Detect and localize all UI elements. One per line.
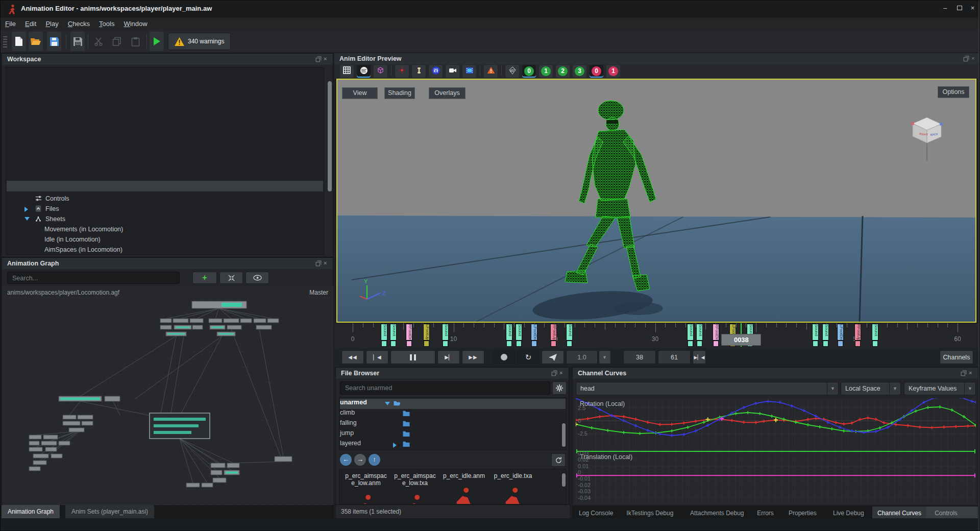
wire-cube-toggle-button[interactable]	[374, 65, 387, 78]
layer-toggle-1[interactable]: 1	[606, 65, 620, 78]
view-menu-button[interactable]: View	[342, 87, 378, 99]
chevron-down-icon[interactable]	[385, 402, 390, 405]
timeline-event-sound[interactable]: Sound	[822, 324, 829, 341]
shading-toggle-button[interactable]	[357, 65, 371, 78]
graph-node[interactable]	[69, 428, 84, 432]
deg45-toggle-button[interactable]: 45°	[505, 65, 519, 78]
file-item[interactable]: p_erc_aimspace_low.txa	[393, 472, 437, 504]
grid-toggle-button[interactable]	[340, 65, 354, 78]
timeline-event-rfootup[interactable]: RFootUp	[550, 324, 557, 341]
nav-up-button[interactable]: ↑	[369, 454, 380, 466]
graph-node[interactable]	[256, 325, 272, 329]
pause-button[interactable]	[390, 350, 435, 364]
close-panel-icon[interactable]: ×	[559, 370, 566, 376]
graph-node[interactable]	[227, 463, 239, 468]
graph-node[interactable]	[41, 441, 57, 445]
graph-node[interactable]	[240, 319, 252, 323]
graph-node[interactable]	[63, 415, 76, 419]
range-end-field[interactable]: 61	[658, 350, 691, 364]
maximize-button[interactable]	[952, 1, 966, 16]
add-node-button[interactable]: +	[192, 272, 217, 284]
graph-node[interactable]	[192, 325, 203, 329]
translation-curve-graph[interactable]: Translation (Local) 0.030.020.010-0.01-0…	[576, 448, 976, 504]
workspace-scrollbar[interactable]	[327, 67, 333, 255]
range-fit-button[interactable]: ▶▏◀	[693, 350, 706, 364]
timeline-event-sound[interactable]: Sound	[566, 324, 573, 341]
graph-node[interactable]	[211, 463, 225, 468]
go-to-start-button[interactable]: ▏◀	[366, 350, 388, 364]
playback-speed-field[interactable]: 1.0	[566, 350, 598, 364]
graph-node[interactable]	[160, 319, 172, 323]
pivot-toggle-button[interactable]	[395, 65, 409, 78]
timeline-event-block[interactable]	[390, 341, 396, 347]
channels-button[interactable]: Channels	[940, 350, 973, 364]
graph-node[interactable]	[29, 435, 41, 439]
menu-edit[interactable]: Edit	[20, 18, 41, 30]
timeline-event-block[interactable]	[688, 341, 693, 347]
viewport-3d[interactable]: RIGHT BACK Y Z View Shading Overlays	[336, 79, 976, 323]
graph-node[interactable]	[45, 447, 57, 451]
folder-item-falling[interactable]: falling	[340, 419, 560, 429]
graph-node[interactable]	[213, 478, 226, 482]
chevron-right-icon[interactable]	[393, 443, 397, 448]
file-item[interactable]: p_erc_aimspace_low.anm	[344, 472, 388, 504]
graph-node[interactable]	[78, 415, 93, 419]
bone-toggle-button[interactable]	[412, 65, 426, 78]
paste-button[interactable]	[128, 32, 142, 51]
save-all-button[interactable]	[70, 32, 85, 51]
timeline-event-sound[interactable]: Sound	[381, 324, 387, 341]
open-button[interactable]	[29, 32, 43, 51]
refresh-button[interactable]	[551, 453, 566, 467]
timeline-event-block[interactable]	[713, 341, 719, 347]
layer-toggle-1[interactable]: 1	[539, 65, 553, 78]
graph-node[interactable]	[63, 421, 80, 425]
timeline-event-block[interactable]	[872, 341, 878, 347]
graph-search-input[interactable]: Search...	[7, 272, 180, 284]
selected-row-highlight[interactable]	[7, 181, 323, 191]
timeline-event-lfootdn[interactable]: LFootDn	[837, 324, 844, 341]
menu-file[interactable]: File	[1, 18, 20, 30]
timeline-ruler[interactable]: 0102030405060SoundSoundRFootDnLFootUpSou…	[334, 323, 980, 348]
layer-toggle-3[interactable]: 3	[573, 65, 586, 78]
camera-toggle-button[interactable]	[446, 65, 459, 78]
graph-node[interactable]	[267, 319, 279, 323]
timeline-event-block[interactable]	[424, 341, 429, 347]
timeline-event-block[interactable]	[823, 341, 828, 347]
menu-play[interactable]: Play	[41, 18, 63, 30]
node-graph-canvas[interactable]: anims/workspaces/player/Locomotion.agf M…	[3, 286, 333, 505]
filmstrip-toggle-button[interactable]	[462, 65, 476, 78]
current-frame-badge[interactable]: 0038	[721, 334, 761, 346]
timeline-event-block[interactable]	[551, 341, 556, 347]
graph-node[interactable]	[202, 483, 213, 487]
loop-button[interactable]: ↻	[517, 350, 540, 364]
graph-node[interactable]	[29, 447, 42, 451]
tab-animation-graph[interactable]: Animation Graph	[2, 505, 60, 518]
timeline-event-lfootup[interactable]: LFootUp	[423, 324, 430, 341]
timeline-event-rfootdn[interactable]: RFootDn	[406, 324, 412, 341]
graph-node[interactable]	[254, 319, 266, 323]
float-panel-icon[interactable]	[961, 370, 967, 376]
record-button[interactable]	[493, 350, 515, 364]
visibility-button[interactable]	[246, 272, 269, 284]
nav-back-button[interactable]: ←	[340, 454, 352, 466]
graph-node[interactable]	[82, 421, 93, 425]
workspace-tree-item-controls[interactable]: Controls	[7, 194, 316, 204]
shading-menu-button[interactable]: Shading	[384, 87, 415, 99]
fit-view-button[interactable]	[219, 272, 243, 284]
timeline-event-sound[interactable]: Sound	[506, 324, 512, 341]
save-button[interactable]	[47, 32, 61, 51]
folder-tree-scrollbar-thumb[interactable]	[562, 423, 566, 447]
space-select[interactable]: Local Space▼	[841, 382, 901, 395]
send-pose-button[interactable]	[542, 350, 564, 364]
graph-node[interactable]	[33, 454, 48, 458]
timeline-event-block[interactable]	[516, 341, 522, 347]
float-panel-icon[interactable]	[315, 56, 322, 62]
graph-node[interactable]	[173, 319, 188, 323]
options-button[interactable]: Options	[938, 86, 969, 98]
layer-toggle-0[interactable]: 0	[522, 65, 536, 78]
timeline-event-sound[interactable]: Sound	[442, 324, 449, 341]
float-panel-icon[interactable]	[315, 260, 322, 267]
graph-node[interactable]	[211, 470, 222, 475]
file-search-input[interactable]: Search unarmed	[340, 381, 550, 395]
menu-window[interactable]: Window	[119, 18, 152, 30]
